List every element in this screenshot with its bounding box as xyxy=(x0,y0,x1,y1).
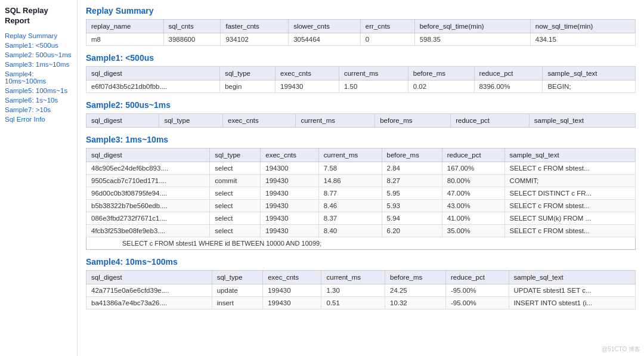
table-cell: select xyxy=(210,200,261,212)
table-cell: 0 xyxy=(360,33,414,46)
table-row: m8398860093410230544640598.35434.15 xyxy=(86,33,636,46)
sidebar-link-sample5[interactable]: Sample5: 100ms~1s xyxy=(5,87,72,94)
sample3-table: sql_digestsql_typeexec_cntscurrent_msbef… xyxy=(86,148,636,250)
table-cell: 48c905ec24def6bc893.... xyxy=(86,162,210,175)
sample2-table: sql_digestsql_typeexec_cntscurrent_msbef… xyxy=(86,113,636,128)
col-header-reduce-pct: reduce_pct xyxy=(474,67,543,81)
col-header-current-ms: current_ms xyxy=(318,148,382,162)
table-cell: 598.35 xyxy=(414,33,530,46)
table-cell: BEGIN; xyxy=(543,81,636,93)
table-cell: COMMIT; xyxy=(504,175,635,187)
table-cell: 8.40 xyxy=(318,225,382,237)
table-row: b5b38322b7be560edb....select1994308.465.… xyxy=(86,200,636,212)
sidebar-link-sample1[interactable]: Sample1: <500us xyxy=(5,42,72,49)
table-cell: commit xyxy=(210,175,261,187)
col-header-sample-sql-text: sample_sql_text xyxy=(543,67,636,81)
table-cell: 8.46 xyxy=(318,200,382,212)
table-cell: insert xyxy=(212,297,263,309)
table-cell: 167.00% xyxy=(442,162,504,175)
col-header-reduce-pct: reduce_pct xyxy=(451,114,530,128)
table-cell: 8396.00% xyxy=(474,81,543,93)
table-cell: SELECT c FROM sbtest... xyxy=(504,162,635,175)
col-header-before-ms: before_ms xyxy=(408,67,474,81)
table-cell: select xyxy=(210,187,261,200)
sidebar-link-sample6[interactable]: Sample6: 1s~10s xyxy=(5,97,72,104)
sidebar-link-sample4[interactable]: Sample4: 10ms~100ms xyxy=(5,70,72,85)
table-cell: 41.00% xyxy=(442,212,504,225)
table-cell: b5b38322b7be560edb.... xyxy=(86,200,210,212)
table-cell: begin xyxy=(220,81,275,93)
col-header-sql-digest: sql_digest xyxy=(86,148,210,162)
table-cell: 8.37 xyxy=(318,212,382,225)
sidebar-link-sql-error[interactable]: Sql Error Info xyxy=(5,116,72,123)
table-cell: SELECT SUM(k) FROM ... xyxy=(504,212,635,225)
col-header-sql-type: sql_type xyxy=(159,114,223,128)
main-content: Replay Summary replay_namesql_cntsfaster… xyxy=(78,0,644,356)
table-cell: 199430 xyxy=(263,284,321,297)
table-row: 9505cacb7c710ed171....commit19943014.868… xyxy=(86,175,636,187)
table-cell: 194300 xyxy=(261,162,319,175)
col-header-now-sql-time-min-: now_sql_time(min) xyxy=(530,20,635,33)
table-cell: 2.84 xyxy=(382,162,442,175)
col-header-sql-type: sql_type xyxy=(220,67,275,81)
table-cell: 8.77 xyxy=(318,187,382,200)
table-cell: SELECT c FROM sbtest... xyxy=(504,225,635,237)
table-cell: select xyxy=(210,225,261,237)
table-cell: 8.27 xyxy=(382,175,442,187)
col-header-before-ms: before_ms xyxy=(385,271,445,284)
table-row: 42a7715e0a6e6cfd39e....update1994301.302… xyxy=(86,284,636,297)
table-row: 086e3fbd2732f7671c1....select1994308.375… xyxy=(86,212,636,225)
table-cell: SELECT c FROM sbtest... xyxy=(504,200,635,212)
tooltip-row: SELECT c FROM sbtest1 WHERE id BETWEEN 1… xyxy=(86,237,636,250)
table-row: e6f07d43b5c21db0fbb....begin1994301.500.… xyxy=(86,81,636,93)
col-header-sql-type: sql_type xyxy=(212,271,263,284)
table-cell: 199430 xyxy=(261,187,319,200)
table-cell: 96d00c0b3f08795fe94.... xyxy=(86,187,210,200)
sidebar-link-replay-summary[interactable]: Replay Summary xyxy=(5,32,72,39)
table-cell: m8 xyxy=(86,33,164,46)
col-header-sample-sql-text: sample_sql_text xyxy=(509,271,635,284)
replay-summary-title: Replay Summary xyxy=(86,6,636,16)
watermark: @51CTO 博客 xyxy=(602,345,640,354)
table-cell: UPDATE sbtest1 SET c... xyxy=(509,284,635,297)
col-header-exec-cnts: exec_cnts xyxy=(223,114,296,128)
col-header-sample-sql-text: sample_sql_text xyxy=(504,148,635,162)
table-cell: 6.20 xyxy=(382,225,442,237)
table-cell: 199430 xyxy=(261,175,319,187)
sidebar-link-sample3[interactable]: Sample3: 1ms~10ms xyxy=(5,61,72,68)
table-cell: 35.00% xyxy=(442,225,504,237)
sample1-title: Sample1: <500us xyxy=(86,53,636,63)
table-cell: INSERT INTO sbtest1 (i... xyxy=(509,297,635,309)
col-header-current-ms: current_ms xyxy=(339,67,408,81)
table-cell: 10.32 xyxy=(385,297,445,309)
col-header-reduce-pct: reduce_pct xyxy=(442,148,504,162)
table-cell: 47.00% xyxy=(442,187,504,200)
table-cell: 3054464 xyxy=(289,33,361,46)
col-header-exec-cnts: exec_cnts xyxy=(275,67,339,81)
table-cell: 086e3fbd2732f7671c1.... xyxy=(86,212,210,225)
sample4-title: Sample4: 10ms~100ms xyxy=(86,257,636,267)
table-cell: select xyxy=(210,212,261,225)
col-header-before-ms: before_ms xyxy=(375,114,451,128)
col-header-sql-digest: sql_digest xyxy=(86,114,159,128)
sample4-table: sql_digestsql_typeexec_cntscurrent_msbef… xyxy=(86,270,636,309)
table-cell: 5.94 xyxy=(382,212,442,225)
table-row: 4fcb3f253be08fe9eb3....select1994308.406… xyxy=(86,225,636,237)
table-cell: e6f07d43b5c21db0fbb.... xyxy=(86,81,220,93)
table-cell: -95.00% xyxy=(445,284,509,297)
replay-summary-table: replay_namesql_cntsfaster_cntsslower_cnt… xyxy=(86,19,636,46)
table-cell: 0.51 xyxy=(321,297,385,309)
sample1-table: sql_digestsql_typeexec_cntscurrent_msbef… xyxy=(86,66,636,93)
table-cell: 80.00% xyxy=(442,175,504,187)
table-cell: -95.00% xyxy=(445,297,509,309)
col-header-before-sql-time-min-: before_sql_time(min) xyxy=(414,20,530,33)
sample3-title: Sample3: 1ms~10ms xyxy=(86,135,636,144)
table-cell: 199430 xyxy=(261,212,319,225)
col-header-replay-name: replay_name xyxy=(86,20,164,33)
tooltip-text: SELECT c FROM sbtest1 WHERE id BETWEEN 1… xyxy=(86,237,636,250)
table-cell: 434.15 xyxy=(530,33,635,46)
sidebar-link-sample2[interactable]: Sample2: 500us~1ms xyxy=(5,51,72,58)
table-cell: 199430 xyxy=(261,200,319,212)
table-cell: ba41386a7e4bc73a26.... xyxy=(86,297,212,309)
sidebar-link-sample7[interactable]: Sample7: >10s xyxy=(5,106,72,113)
